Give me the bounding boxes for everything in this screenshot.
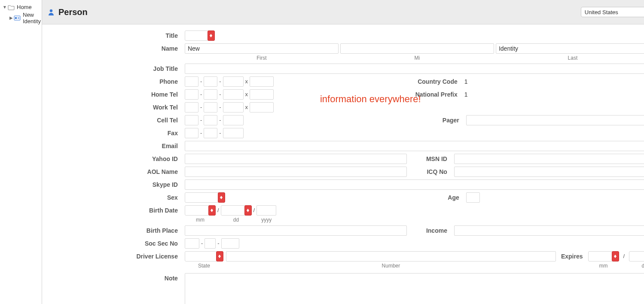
worktel-p1[interactable] <box>185 102 198 112</box>
select-stepper-icon <box>208 30 215 41</box>
hometel-p3[interactable] <box>223 89 244 100</box>
sublabel-number: Number <box>226 263 556 269</box>
pager-input[interactable] <box>466 115 644 125</box>
phone-p2[interactable] <box>204 76 217 87</box>
birthplace-input[interactable] <box>185 225 407 236</box>
sublabel-dd: dd <box>221 217 252 223</box>
label-pager: Pager <box>432 115 466 125</box>
celltel-p1[interactable] <box>185 115 198 125</box>
worktel-ext[interactable] <box>250 102 274 112</box>
hometel-ext[interactable] <box>250 89 274 100</box>
label-sex: Sex <box>47 192 185 203</box>
label-income: Income <box>407 225 454 236</box>
sex-select[interactable] <box>185 192 225 203</box>
label-expires: Expires <box>559 251 586 261</box>
select-stepper-icon <box>216 251 223 261</box>
fax-p3[interactable] <box>223 128 244 138</box>
jobtitle-input[interactable] <box>185 64 644 74</box>
yahoo-input[interactable] <box>185 154 407 164</box>
label-fax: Fax <box>47 128 185 138</box>
sublabel-exp-mm: mm <box>588 263 619 269</box>
last-name-input[interactable] <box>496 43 644 54</box>
nationalprefix-value: 1 <box>464 89 644 100</box>
person-icon <box>47 8 55 16</box>
select-stepper-icon <box>218 192 225 203</box>
country-select[interactable]: United States <box>581 7 644 17</box>
select-stepper-icon <box>208 205 216 216</box>
annotation-text: information everywhere! <box>320 94 421 105</box>
aol-input[interactable] <box>185 167 407 177</box>
sublabel-mi: Mi <box>340 55 494 61</box>
tree-root-home[interactable]: ▼ Home <box>0 2 42 12</box>
label-birthdate: Birth Date <box>47 205 185 216</box>
label-x: x <box>244 76 250 87</box>
select-stepper-icon <box>612 251 619 261</box>
select-stepper-icon <box>244 205 252 216</box>
label-birthplace: Birth Place <box>47 225 185 236</box>
birth-yyyy-input[interactable] <box>256 205 276 216</box>
dl-exp-dd-select[interactable] <box>629 251 644 261</box>
worktel-p2[interactable] <box>204 102 217 112</box>
label-ssn: Soc Sec No <box>47 238 185 249</box>
sublabel-yyyy: yyyy <box>256 217 276 223</box>
label-x: x <box>244 89 250 100</box>
sublabel-last: Last <box>496 55 644 61</box>
label-countrycode: Country Code <box>413 76 464 87</box>
title-select[interactable] <box>185 30 215 41</box>
income-input[interactable] <box>454 225 644 236</box>
phone-p1[interactable] <box>185 76 198 87</box>
hometel-p1[interactable] <box>185 89 198 100</box>
worktel-p3[interactable] <box>223 102 244 112</box>
sidebar: ▼ Home ▶ New Identity <box>0 0 42 304</box>
email-input[interactable] <box>185 141 644 151</box>
celltel-p3[interactable] <box>223 115 244 125</box>
label-skype: Skype ID <box>47 179 185 190</box>
form-area: information everywhere! Title Name First… <box>42 24 644 304</box>
icq-input[interactable] <box>454 167 644 177</box>
dl-exp-mm-select[interactable] <box>588 251 619 261</box>
svg-rect-1 <box>15 17 17 19</box>
label-note: Note <box>47 273 185 283</box>
fax-p2[interactable] <box>204 128 217 138</box>
dl-state-select[interactable] <box>185 251 223 261</box>
disclosure-right-icon[interactable]: ▶ <box>9 15 13 20</box>
svg-point-4 <box>50 9 52 12</box>
phone-p3[interactable] <box>223 76 244 87</box>
label-dl: Driver License <box>47 251 185 261</box>
main-panel: Person United States information everywh… <box>42 0 644 304</box>
skype-input[interactable] <box>185 179 644 190</box>
label-x: x <box>244 102 250 112</box>
msn-input[interactable] <box>454 154 644 164</box>
country-select-value: United States <box>585 9 618 15</box>
sublabel-first: First <box>185 55 339 61</box>
countrycode-value: 1 <box>464 76 644 87</box>
age-input[interactable] <box>466 192 480 203</box>
ssn-p2[interactable] <box>204 238 216 249</box>
note-textarea[interactable] <box>185 273 644 304</box>
birth-dd-select[interactable] <box>221 205 252 216</box>
label-name: Name <box>47 43 185 54</box>
label-worktel: Work Tel <box>47 102 185 112</box>
disclosure-down-icon[interactable]: ▼ <box>3 5 7 9</box>
page-title: Person <box>58 7 88 17</box>
tree-item-label: New Identity <box>23 12 42 24</box>
ssn-p3[interactable] <box>221 238 239 249</box>
label-msn: MSN ID <box>407 154 454 164</box>
fax-p1[interactable] <box>185 128 198 138</box>
label-jobtitle: Job Title <box>47 64 185 74</box>
phone-ext[interactable] <box>250 76 274 87</box>
birth-mm-select[interactable] <box>185 205 216 216</box>
label-icq: ICQ No <box>407 167 454 177</box>
tree-item-new-identity[interactable]: ▶ New Identity <box>0 12 42 23</box>
label-celltel: Cell Tel <box>47 115 185 125</box>
first-name-input[interactable] <box>185 43 339 54</box>
ssn-p1[interactable] <box>185 238 199 249</box>
dl-number-input[interactable] <box>226 251 556 261</box>
header-bar: Person United States <box>42 0 644 24</box>
mi-input[interactable] <box>340 43 494 54</box>
celltel-p2[interactable] <box>204 115 217 125</box>
sublabel-exp-dd: dd <box>629 263 644 269</box>
hometel-p2[interactable] <box>204 89 217 100</box>
label-age: Age <box>432 192 466 203</box>
tree-root-label: Home <box>17 4 32 10</box>
